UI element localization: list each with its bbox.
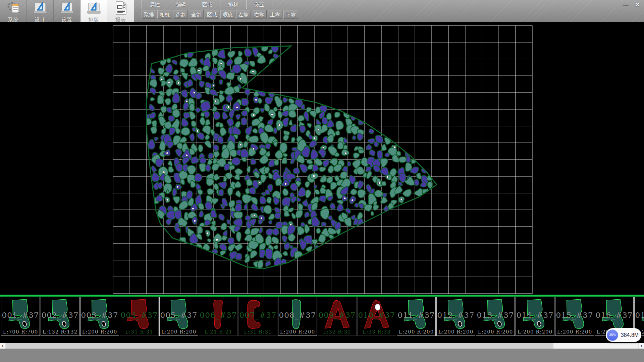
design-ruler-icon — [60, 1, 74, 16]
system-gear-icon — [6, 1, 21, 16]
nested-pieces — [145, 43, 434, 268]
menu-tab-2[interactable]: 编辑 — [168, 0, 194, 9]
part-id: 006_#37 — [199, 311, 237, 319]
part-id: 011_#37 — [397, 311, 435, 319]
action-button-10[interactable]: 下靠 — [283, 10, 298, 19]
minimize-icon[interactable]: — — [621, 1, 631, 9]
part-lr-count: L:200 R:200 — [80, 329, 119, 335]
part-id: 007_#37 — [239, 311, 277, 319]
part-thumbnail-14[interactable]: 014_#37L:200 R:200 — [516, 297, 554, 336]
part-id: 002_#37 — [41, 311, 79, 319]
action-button-4[interactable]: 全割 — [189, 10, 204, 19]
menu-tab-1[interactable]: 属性 — [142, 0, 168, 9]
part-lr-count: L:31 R:31 — [120, 329, 158, 335]
part-id: 014_#37 — [516, 311, 554, 319]
part-thumbnail-3[interactable]: 003_#37L:200 R:200 — [80, 297, 119, 336]
part-thumbnail-8[interactable]: 008_#37L:200 R:200 — [278, 297, 317, 336]
part-thumbnail-1[interactable]: 001_#37L:700 R:700 — [1, 297, 40, 336]
part-lr-count: L:33 R:33 — [358, 329, 396, 335]
part-thumbnail-13[interactable]: 013_#37L:200 R:200 — [476, 297, 515, 336]
part-id: 001_#37 — [1, 311, 40, 319]
part-id: 015_#37 — [555, 311, 594, 319]
part-id: 004_#37 — [120, 311, 158, 319]
close-icon[interactable]: ✕ — [633, 1, 642, 9]
part-lr-count: L:200 R:200 — [437, 329, 475, 335]
toolbar: 系统设计设置排版报表 属性编辑区域排料交互 聚排相机选割全割区域瑕疵左靠右靠上靠… — [0, 0, 644, 22]
memory-value: 384.8M — [618, 332, 641, 338]
main-button-5[interactable]: 报表 — [107, 0, 134, 22]
part-lr-count: L:132 R:132 — [41, 329, 79, 335]
part-id: 016_#37 — [595, 311, 633, 319]
design-ruler-icon — [33, 1, 48, 16]
part-thumbnail-5[interactable]: 005_#37L:200 R:200 — [159, 297, 198, 336]
part-lr-count: L:31 R:31 — [239, 329, 277, 335]
part-id: 010_#37 — [358, 311, 396, 319]
part-thumbnail-10[interactable]: 010_#37L:33 R:33 — [357, 297, 396, 336]
action-button-1[interactable]: 聚排 — [142, 10, 156, 19]
menu-tab-bar: 属性编辑区域排料交互 — [142, 0, 299, 9]
part-lr-count: L:21 R:21 — [199, 329, 237, 335]
scrollbar-thumb[interactable] — [6, 343, 553, 349]
canvas-area — [0, 22, 644, 295]
part-id: 009_#37 — [318, 311, 356, 319]
part-id: 003_#37 — [80, 311, 119, 319]
part-thumbnail-6[interactable]: 006_#37L:21 R:21 — [199, 297, 238, 336]
part-lr-count: L:700 R:700 — [1, 329, 40, 335]
part-lr-count: L:200 R:200 — [476, 329, 515, 335]
part-thumbnail-2[interactable]: 002_#37L:132 R:132 — [41, 297, 79, 336]
part-thumbnail-list: 001_#37L:700 R:700002_#37L:132 R:132003_… — [0, 297, 644, 336]
design-ruler-icon — [87, 1, 101, 16]
menu-tab-4[interactable]: 排料 — [220, 0, 246, 9]
parts-filmstrip: 001_#37L:700 R:700002_#37L:132 R:132003_… — [0, 295, 644, 343]
progress-percent: 38% — [607, 329, 618, 341]
part-thumbnail-15[interactable]: 015_#37L:200 R:200 — [555, 297, 594, 336]
part-lr-count: L:200 R:200 — [160, 329, 198, 335]
main-button-2[interactable]: 设计 — [27, 0, 54, 22]
part-id: 013_#37 — [476, 311, 515, 319]
action-button-2[interactable]: 相机 — [157, 10, 172, 19]
action-button-8[interactable]: 右靠 — [252, 10, 267, 19]
action-button-7[interactable]: 左靠 — [236, 10, 251, 19]
part-lr-count: L:200 R:200 — [555, 329, 594, 335]
part-thumbnail-11[interactable]: 011_#37L:200 R:200 — [397, 297, 436, 336]
part-lr-count: L:32 R:31 — [318, 329, 356, 335]
main-button-3[interactable]: 设置 — [54, 0, 80, 22]
action-button-9[interactable]: 上靠 — [268, 10, 282, 19]
horizontal-scrollbar[interactable]: ‹ › — [0, 343, 644, 349]
part-lr-count: L:200 R:200 — [516, 329, 554, 335]
part-id: 012_#37 — [437, 311, 475, 319]
part-thumbnail-9[interactable]: 009_#37L:32 R:31 — [318, 297, 357, 336]
scroll-left-icon[interactable]: ‹ — [0, 343, 6, 349]
menu-stack: 属性编辑区域排料交互 聚排相机选割全割区域瑕疵左靠右靠上靠下靠 — [142, 0, 299, 19]
nesting-canvas[interactable] — [0, 22, 644, 295]
part-thumbnail-12[interactable]: 012_#37L:200 R:200 — [436, 297, 475, 336]
part-id: 005_#37 — [160, 311, 198, 319]
window-controls: — ✕ — [621, 1, 642, 9]
status-bar — [0, 349, 644, 362]
progress-badge: 38% 384.8M — [606, 328, 641, 342]
menu-tab-3[interactable]: 区域 — [194, 0, 220, 9]
part-lr-count: L:200 R:200 — [397, 329, 435, 335]
action-button-5[interactable]: 区域 — [205, 10, 219, 19]
scroll-right-icon[interactable]: › — [638, 343, 644, 349]
application-window: 系统设计设置排版报表 属性编辑区域排料交互 聚排相机选割全割区域瑕疵左靠右靠上靠… — [0, 0, 644, 362]
main-button-bar: 系统设计设置排版报表 — [0, 0, 134, 22]
menu-tab-5[interactable]: 交互 — [246, 0, 272, 9]
report-icon — [113, 1, 128, 16]
action-button-3[interactable]: 选割 — [173, 10, 188, 19]
main-button-1[interactable]: 系统 — [0, 0, 27, 22]
part-thumbnail-7[interactable]: 007_#37L:31 R:31 — [238, 297, 277, 336]
main-button-4[interactable]: 排版 — [80, 0, 107, 22]
action-button-6[interactable]: 瑕疵 — [220, 10, 235, 19]
action-button-bar: 聚排相机选割全割区域瑕疵左靠右靠上靠下靠 — [142, 10, 299, 19]
part-id: 017_#37 — [635, 311, 644, 319]
part-id: 008_#37 — [278, 311, 317, 319]
part-lr-count: L:200 R:200 — [278, 329, 317, 335]
part-thumbnail-4[interactable]: 004_#37L:31 R:31 — [120, 297, 159, 336]
